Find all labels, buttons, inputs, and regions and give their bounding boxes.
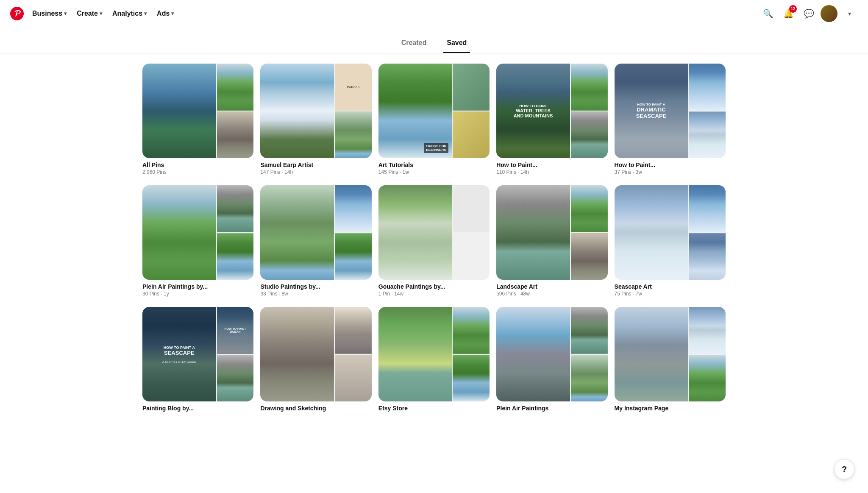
board-how-to-paint-2[interactable]: HOW TO PAINT ADRAMATICSEASCAPE How to Pa… — [615, 64, 726, 175]
account-chevron-button[interactable]: ▾ — [841, 5, 858, 22]
board-cover — [260, 185, 371, 280]
board-studio-paintings[interactable]: Studio Paintings by... 33 Pins · 8w — [260, 185, 371, 297]
board-sub-image-1 — [689, 64, 726, 111]
board-meta: 147 Pins · 14h — [260, 169, 371, 175]
board-title: Etsy Store — [378, 405, 490, 412]
board-art-tutorials[interactable]: TRICKS FORBEGINNERS Art Tutorials 145 Pi… — [378, 64, 490, 175]
notifications-button[interactable]: 🔔 12 — [780, 5, 797, 22]
board-instagram[interactable]: My Instagram Page — [615, 307, 726, 412]
nav-business-label: Business — [32, 10, 62, 17]
boards-grid: All Pins 2,960 Pins Patreon Samuel Earp … — [142, 64, 726, 412]
board-all-pins[interactable]: All Pins 2,960 Pins — [142, 64, 253, 175]
board-sub-image-2 — [571, 111, 608, 159]
board-main-image — [615, 307, 688, 401]
board-main-image — [260, 64, 334, 158]
board-sub-image-2 — [335, 233, 372, 280]
board-title: How to Paint... — [615, 162, 726, 168]
board-meta: 110 Pins · 14h — [496, 169, 607, 175]
board-plein-air-paintings-by[interactable]: Plein Air Paintings by... 30 Pins · 1y — [142, 185, 253, 297]
board-painting-blog[interactable]: HOW TO PAINT ASEASCAPEA STEP BY STEP GUI… — [142, 307, 253, 412]
board-sub-image-1 — [335, 307, 372, 354]
board-meta: 75 Pins · 7w — [615, 291, 726, 297]
nav-ads[interactable]: Ads ▾ — [152, 6, 179, 21]
board-sub-image-1 — [689, 185, 726, 232]
board-sub-image-2 — [217, 233, 254, 280]
board-main-image — [496, 307, 570, 401]
user-avatar-button[interactable] — [821, 5, 837, 22]
business-chevron-icon: ▾ — [64, 11, 67, 17]
pinterest-logo[interactable]: 𝓟 — [10, 7, 24, 20]
messages-button[interactable]: 💬 — [800, 5, 817, 22]
board-cover — [142, 64, 253, 158]
board-main-image — [496, 185, 570, 280]
board-landscape-art[interactable]: Landscape Art 596 Pins · 48w — [496, 185, 607, 297]
analytics-chevron-icon: ▾ — [144, 11, 147, 17]
board-main-image: HOW TO PAINT ASEASCAPEA STEP BY STEP GUI… — [142, 307, 216, 401]
main-header: 𝓟 Business ▾ Create ▾ Analytics ▾ Ads ▾ … — [0, 0, 868, 27]
board-cover — [378, 185, 490, 280]
board-gouache-paintings[interactable]: Gouache Paintings by... 1 Pin · 14w — [378, 185, 490, 297]
account-chevron-icon: ▾ — [848, 10, 851, 17]
board-meta: 2,960 Pins — [142, 169, 253, 175]
create-chevron-icon: ▾ — [100, 11, 102, 17]
board-cover — [260, 307, 371, 401]
nav-ads-label: Ads — [157, 10, 170, 17]
board-sub-image-1 — [453, 64, 490, 111]
board-samuel-earp[interactable]: Patreon Samuel Earp Artist 147 Pins · 14… — [260, 64, 371, 175]
board-sub-image-1 — [453, 185, 490, 232]
board-main-image: HOW TO PAINT ADRAMATICSEASCAPE — [615, 64, 688, 158]
board-sub-image-2 — [217, 111, 254, 159]
board-meta: 145 Pins · 1w — [378, 169, 490, 175]
board-sub-image-1 — [689, 307, 726, 354]
board-sub-image-2 — [689, 355, 726, 402]
board-sub-image-2 — [453, 111, 490, 159]
board-plein-air-2[interactable]: Plein Air Paintings — [496, 307, 607, 412]
board-main-image: HOW TO PAINTWATER, TREESAND MOUNTAINS — [496, 64, 570, 158]
board-title: Plein Air Paintings by... — [142, 283, 253, 290]
board-sub-image-2 — [571, 355, 608, 402]
tab-saved[interactable]: Saved — [443, 34, 470, 53]
board-cover — [496, 185, 607, 280]
tab-created[interactable]: Created — [398, 34, 430, 53]
board-how-to-paint-1[interactable]: HOW TO PAINTWATER, TREESAND MOUNTAINS Ho… — [496, 64, 607, 175]
board-cover: HOW TO PAINT ASEASCAPEA STEP BY STEP GUI… — [142, 307, 253, 401]
board-cover — [496, 307, 607, 401]
board-main-image: TRICKS FORBEGINNERS — [378, 64, 452, 158]
board-sub-image-1 — [217, 185, 254, 232]
board-seascape-art[interactable]: Seascape Art 75 Pins · 7w — [615, 185, 726, 297]
board-title: Landscape Art — [496, 283, 607, 290]
board-etsy-store[interactable]: Etsy Store — [378, 307, 490, 412]
board-sub-image-2 — [453, 355, 490, 402]
nav-business[interactable]: Business ▾ — [27, 6, 72, 21]
board-meta: 1 Pin · 14w — [378, 291, 490, 297]
search-button[interactable]: 🔍 — [760, 5, 776, 22]
main-nav: Business ▾ Create ▾ Analytics ▾ Ads ▾ — [27, 6, 179, 21]
board-cover — [615, 307, 726, 401]
nav-create[interactable]: Create ▾ — [72, 6, 107, 21]
board-title: Art Tutorials — [378, 162, 490, 168]
board-main-image — [615, 185, 688, 280]
board-sub-image-1: HOW TO PAINTOCEAN — [217, 307, 254, 354]
board-sub-image-1 — [571, 307, 608, 354]
board-title: Plein Air Paintings — [496, 405, 607, 412]
board-cover: HOW TO PAINT ADRAMATICSEASCAPE — [615, 64, 726, 158]
board-title: My Instagram Page — [615, 405, 726, 412]
board-meta: 33 Pins · 8w — [260, 291, 371, 297]
board-main-image — [378, 307, 452, 401]
nav-analytics[interactable]: Analytics ▾ — [107, 6, 152, 21]
board-title: Seascape Art — [615, 283, 726, 290]
profile-tabs: Created Saved — [0, 27, 868, 53]
board-sub-image-1 — [217, 64, 254, 111]
board-sub-image-2 — [217, 355, 254, 402]
board-meta: 596 Pins · 48w — [496, 291, 607, 297]
board-title: All Pins — [142, 162, 253, 168]
board-drawing-sketching[interactable]: Drawing and Sketching — [260, 307, 371, 412]
board-cover: HOW TO PAINTWATER, TREESAND MOUNTAINS — [496, 64, 607, 158]
board-meta: 37 Pins · 3w — [615, 169, 726, 175]
board-cover — [142, 185, 253, 280]
board-cover: TRICKS FORBEGINNERS — [378, 64, 490, 158]
board-sub-image-2 — [689, 111, 726, 159]
board-title: Samuel Earp Artist — [260, 162, 371, 168]
board-title: How to Paint... — [496, 162, 607, 168]
board-title: Gouache Paintings by... — [378, 283, 490, 290]
